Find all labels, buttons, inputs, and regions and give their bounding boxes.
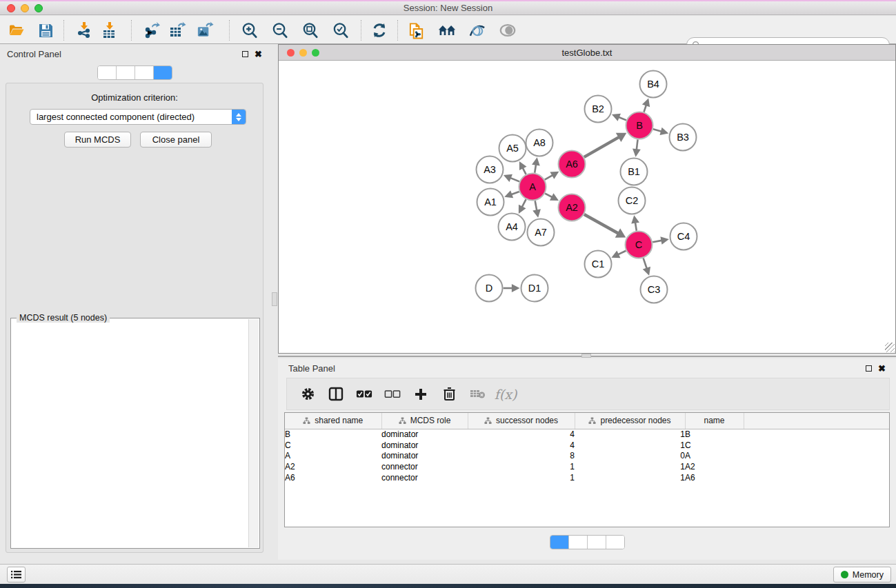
- graph-node-C1[interactable]: C1: [585, 251, 612, 278]
- control-panel-tab[interactable]: [117, 66, 135, 79]
- maximize-window-button[interactable]: [34, 4, 43, 12]
- hide-graphics-details-icon[interactable]: [468, 21, 486, 39]
- graph-edge-A-A3[interactable]: [510, 178, 519, 182]
- control-panel-tab[interactable]: [154, 66, 172, 79]
- open-session-icon[interactable]: [8, 21, 26, 39]
- graph-edge-C-C1[interactable]: [617, 251, 626, 255]
- control-panel-tab[interactable]: [135, 66, 154, 79]
- close-panel-icon[interactable]: ✖: [255, 50, 262, 58]
- export-image-icon[interactable]: [196, 21, 214, 39]
- close-table-panel-icon[interactable]: ✖: [878, 365, 886, 372]
- svg-text:C1: C1: [592, 258, 605, 270]
- column-header[interactable]: MCDS role: [381, 413, 468, 429]
- criterion-dropdown[interactable]: largest connected component (directed): [30, 109, 246, 125]
- export-network-icon[interactable]: [143, 21, 161, 39]
- graph-node-D[interactable]: D: [476, 275, 503, 302]
- minimize-view-button[interactable]: [299, 49, 307, 57]
- graph-edge-C-C3[interactable]: [644, 258, 647, 269]
- network-window-titlebar[interactable]: testGlobe.txt: [279, 45, 895, 61]
- close-view-button[interactable]: [287, 49, 295, 57]
- table-row[interactable]: A6 connector 1 1 A6: [285, 472, 889, 483]
- column-header[interactable]: successor nodes: [468, 413, 575, 429]
- zoom-in-icon[interactable]: [241, 21, 259, 39]
- graph-node-B3[interactable]: B3: [670, 124, 697, 151]
- float-panel-icon[interactable]: [242, 51, 248, 57]
- graph-edge-A2-C[interactable]: [584, 214, 619, 234]
- add-column-icon[interactable]: [412, 386, 429, 403]
- graph-node-A6[interactable]: A6: [559, 151, 586, 178]
- duplicate-network-icon[interactable]: [408, 21, 426, 39]
- vertical-splitter-handle[interactable]: [272, 292, 277, 306]
- node-table[interactable]: shared name MCDS role successor nodes: [284, 412, 890, 527]
- table-settings-icon[interactable]: [299, 386, 316, 403]
- zoom-selected-icon[interactable]: [332, 21, 350, 39]
- table-panel-tabs: [550, 535, 625, 549]
- graph-node-A2[interactable]: A2: [559, 194, 586, 221]
- graph-node-A8[interactable]: A8: [526, 130, 553, 156]
- graph-node-B[interactable]: B: [626, 112, 653, 139]
- result-scrollbar[interactable]: [248, 319, 259, 547]
- table-row[interactable]: A dominator 8 0 A: [285, 451, 889, 462]
- table-tab[interactable]: [588, 536, 606, 549]
- graph-edge-B-B3[interactable]: [653, 129, 662, 132]
- memory-button[interactable]: Memory: [833, 567, 891, 582]
- delete-column-icon[interactable]: [441, 386, 457, 403]
- titlebar: Session: New Session: [0, 0, 896, 15]
- column-header[interactable]: shared name: [285, 413, 381, 429]
- refresh-icon[interactable]: [370, 21, 388, 39]
- deselect-all-rows-icon[interactable]: [384, 386, 401, 403]
- graph-node-D1[interactable]: D1: [521, 275, 548, 302]
- import-table-icon[interactable]: [100, 21, 118, 39]
- close-window-button[interactable]: [7, 4, 15, 12]
- graph-node-C4[interactable]: C4: [670, 223, 697, 250]
- svg-text:C3: C3: [648, 284, 661, 295]
- table-tab[interactable]: [550, 536, 569, 549]
- save-session-icon[interactable]: [37, 21, 54, 39]
- column-header[interactable]: [744, 413, 889, 429]
- table-row[interactable]: C dominator 4 1 C: [285, 440, 889, 451]
- home-icon[interactable]: [438, 21, 456, 39]
- graph-node-C3[interactable]: C3: [641, 276, 668, 303]
- control-panel-tab[interactable]: [98, 66, 117, 79]
- column-type-icon: [484, 417, 492, 425]
- graph-node-A4[interactable]: A4: [499, 214, 526, 241]
- graph-node-C[interactable]: C: [626, 232, 653, 258]
- table-tab[interactable]: [569, 536, 588, 549]
- graph-node-A7[interactable]: A7: [528, 219, 555, 246]
- graph-node-A[interactable]: A: [519, 174, 546, 201]
- graph-edge-A-A4[interactable]: [521, 199, 526, 207]
- zoom-out-icon[interactable]: [271, 21, 289, 39]
- show-graphics-details-icon[interactable]: [499, 21, 517, 39]
- graph-node-B4[interactable]: B4: [640, 71, 667, 98]
- horizontal-splitter-handle[interactable]: [581, 354, 591, 358]
- task-history-button[interactable]: [7, 567, 26, 582]
- columns-layout-icon[interactable]: [328, 386, 344, 403]
- graph-edge-C-C4[interactable]: [653, 241, 662, 243]
- close-panel-button[interactable]: Close panel: [140, 132, 212, 148]
- graph-edge-A6-B[interactable]: [584, 136, 620, 156]
- column-header[interactable]: name: [685, 413, 744, 429]
- zoom-fit-icon[interactable]: [301, 21, 319, 39]
- maximize-view-button[interactable]: [312, 49, 319, 57]
- graph-node-A1[interactable]: A1: [477, 189, 504, 216]
- export-table-icon[interactable]: [168, 21, 186, 39]
- resize-grip-icon[interactable]: [885, 343, 895, 352]
- graph-node-A5[interactable]: A5: [499, 135, 526, 162]
- graph-node-B2[interactable]: B2: [585, 96, 612, 123]
- graph-node-B1[interactable]: B1: [621, 159, 648, 185]
- network-canvas[interactable]: A5A8A3AA1A4A7A6A2BB2B4B3B1C2CC4C1C3DD1: [279, 61, 895, 352]
- table-row[interactable]: B dominator 4 1 B: [285, 429, 889, 440]
- graph-node-C2[interactable]: C2: [619, 187, 646, 214]
- float-table-panel-icon[interactable]: [866, 365, 872, 372]
- graph-edge-A-A7[interactable]: [535, 201, 537, 211]
- table-row[interactable]: A2 connector 1 1 A2: [285, 461, 889, 472]
- select-all-rows-icon[interactable]: [356, 386, 372, 403]
- run-mcds-button[interactable]: Run MCDS: [64, 132, 131, 148]
- column-header[interactable]: predecessor nodes: [575, 413, 685, 429]
- import-network-icon[interactable]: [74, 21, 92, 39]
- table-tab[interactable]: [606, 536, 624, 549]
- graph-edge-B-B1[interactable]: [637, 139, 638, 150]
- graph-node-A3[interactable]: A3: [477, 156, 504, 183]
- minimize-window-button[interactable]: [21, 4, 29, 12]
- graph-edge-A-A6[interactable]: [545, 175, 553, 180]
